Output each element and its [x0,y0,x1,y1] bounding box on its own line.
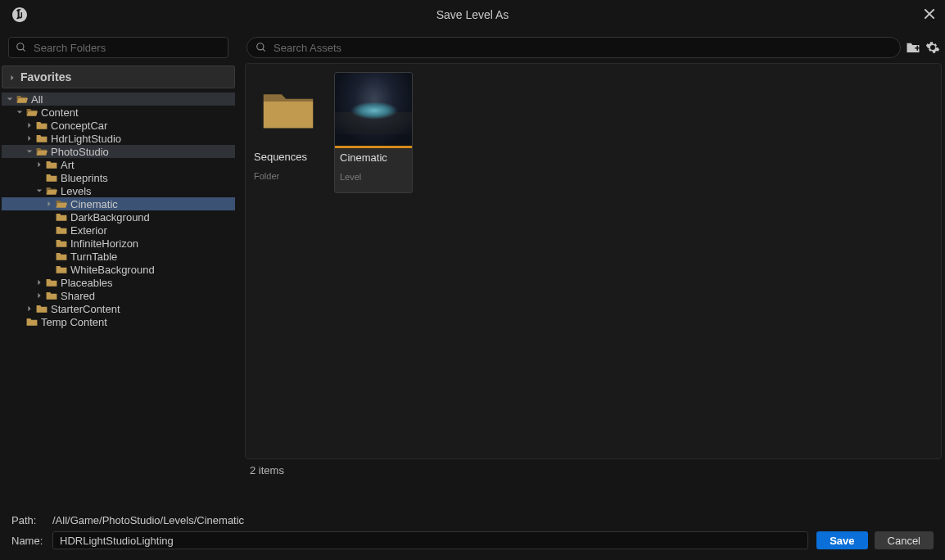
folder-search[interactable] [8,37,228,58]
name-label: Name: [11,535,47,547]
tree-item-cinematic[interactable]: Cinematic [2,197,235,210]
folder-icon [36,147,47,156]
titlebar: Save Level As [0,0,945,29]
folder-icon [26,107,38,117]
tree-item-turntable[interactable]: TurnTable [2,250,235,263]
folder-icon [56,251,67,261]
asset-grid[interactable]: SequencesFolderCinematicLevel [245,63,942,459]
tree-item-label: Shared [61,290,95,302]
asset-thumbnail [249,72,328,147]
close-button[interactable] [922,7,937,21]
tree-item-label: HdrLightStudio [51,133,121,145]
path-label: Path: [11,514,47,526]
folder-icon [36,120,47,130]
asset-search[interactable] [246,37,901,58]
favorites-label: Favorites [20,70,71,84]
tree-item-exterior[interactable]: Exterior [2,224,235,237]
folder-tree[interactable]: AllContentConceptCarHdrLightStudioPhotoS… [0,91,237,481]
tree-item-label: StarterContent [51,303,120,315]
asset-type: Level [340,172,407,182]
tree-item-content[interactable]: Content [2,106,235,119]
chevron-down-icon[interactable] [34,187,44,194]
folder-icon [46,173,57,183]
folder-icon [26,317,38,327]
tree-item-art[interactable]: Art [2,158,235,171]
chevron-down-icon[interactable] [15,109,25,115]
tree-item-label: Content [41,106,79,119]
chevron-right-icon[interactable] [25,122,34,129]
tree-item-label: PhotoStudio [51,146,109,158]
folder-icon [46,291,57,300]
tree-item-label: Temp Content [41,316,107,328]
tree-item-photostudio[interactable]: PhotoStudio [2,145,235,158]
chevron-right-icon[interactable] [34,161,44,168]
tree-item-label: Blueprints [61,172,108,184]
unreal-logo-icon [11,7,28,23]
chevron-down-icon[interactable] [5,96,15,102]
asset-name: Cinematic [340,151,407,164]
tree-item-label: InfiniteHorizon [70,237,138,250]
tree-item-label: Levels [61,185,92,197]
tree-item-startercontent[interactable]: StarterContent [2,302,235,315]
tree-item-darkbackground[interactable]: DarkBackground [2,210,235,224]
asset-thumbnail [335,73,413,148]
asset-type: Folder [254,171,323,181]
chevron-right-icon [9,70,16,84]
folder-icon [56,212,67,222]
folder-icon [36,304,47,314]
tree-item-shared[interactable]: Shared [2,289,235,302]
folder-sidebar: Favorites AllContentConceptCarHdrLightSt… [0,29,237,481]
folder-icon [36,133,47,143]
chevron-down-icon[interactable] [25,148,34,155]
tree-item-infinitehorizon[interactable]: InfiniteHorizon [2,237,235,250]
tree-item-blueprints[interactable]: Blueprints [2,171,235,184]
folder-icon [56,238,67,248]
chevron-right-icon[interactable] [25,135,34,142]
tree-item-label: WhiteBackground [70,264,155,276]
folder-icon [56,199,67,209]
folder-icon [16,94,28,104]
tree-item-hdrlightstudio[interactable]: HdrLightStudio [2,132,235,145]
tree-item-placeables[interactable]: Placeables [2,276,235,289]
folder-icon [56,225,67,235]
favorites-header[interactable]: Favorites [2,65,235,88]
chevron-right-icon[interactable] [34,292,44,299]
add-folder-icon[interactable] [906,40,920,55]
chevron-right-icon[interactable] [34,279,44,286]
tree-item-label: Cinematic [70,198,118,210]
folder-icon [46,278,57,287]
tree-item-label: Exterior [70,224,107,237]
asset-tile-sequences[interactable]: SequencesFolder [249,72,328,193]
tree-item-whitebackground[interactable]: WhiteBackground [2,263,235,276]
name-input[interactable] [52,531,808,549]
tree-item-label: DarkBackground [70,211,150,224]
asset-panel: SequencesFolderCinematicLevel 2 items [242,29,945,481]
save-button[interactable]: Save [816,531,867,549]
chevron-right-icon[interactable] [44,201,54,207]
tree-item-label: Placeables [61,277,113,289]
path-value: /All/Game/PhotoStudio/Levels/Cinematic [52,514,244,526]
tree-item-label: All [31,93,43,106]
tree-item-label: TurnTable [70,251,117,263]
bottom-form: Path: /All/Game/PhotoStudio/Levels/Cinem… [0,481,945,560]
folder-search-input[interactable] [34,42,221,54]
search-icon [255,42,267,53]
chevron-right-icon[interactable] [25,305,34,312]
tree-item-levels[interactable]: Levels [2,184,235,197]
tree-item-label: ConceptCar [51,120,107,132]
asset-tile-cinematic[interactable]: CinematicLevel [334,72,413,193]
asset-search-input[interactable] [274,42,892,54]
tree-item-temp-content[interactable]: Temp Content [2,315,235,328]
asset-name: Sequences [254,151,323,163]
folder-icon [46,186,57,196]
tree-item-all[interactable]: All [2,93,235,106]
folder-icon [46,160,57,169]
settings-gear-icon[interactable] [925,40,940,55]
search-icon [16,42,27,53]
folder-icon [56,264,67,274]
cancel-button[interactable]: Cancel [875,531,934,549]
tree-item-conceptcar[interactable]: ConceptCar [2,119,235,132]
status-bar: 2 items [242,459,945,481]
window-title: Save Level As [436,8,509,21]
tree-item-label: Art [61,159,75,171]
